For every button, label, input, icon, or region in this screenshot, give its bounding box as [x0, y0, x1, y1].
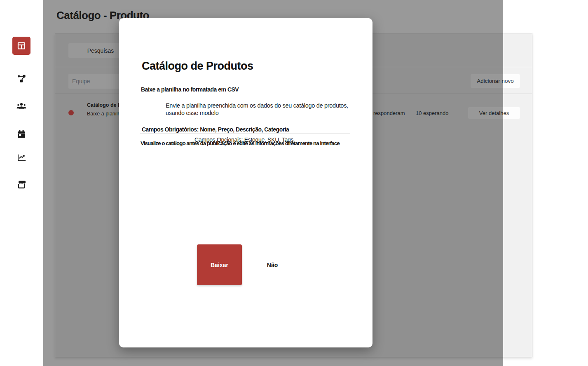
required-fields-note: Campos Obrigatórios: Nome, Preço, Descri…	[142, 126, 289, 133]
calendar-icon	[16, 129, 26, 139]
table-icon	[16, 41, 26, 51]
sidebar-item-team[interactable]	[12, 97, 30, 115]
download-instruction: Baixe a planilha no formatada em CSV	[141, 86, 239, 93]
download-button[interactable]: Baixar	[197, 244, 242, 285]
decline-button[interactable]: Não	[256, 244, 289, 285]
store-icon	[16, 179, 26, 189]
catalog-modal: Catálogo de Produtos Baixe a planilha no…	[119, 18, 372, 347]
preview-note: Visualize o catálogo antes da publicação…	[141, 140, 340, 146]
sidebar-item-analytics[interactable]	[12, 148, 30, 167]
modal-title: Catálogo de Produtos	[142, 60, 253, 73]
sidebar-item-catalog[interactable]	[12, 37, 30, 55]
flow-nodes-icon	[16, 73, 26, 83]
modal-divider	[140, 133, 350, 134]
sidebar-item-schedule[interactable]	[12, 125, 30, 143]
users-icon	[16, 101, 27, 111]
sidebar-item-flows[interactable]	[12, 69, 30, 87]
upload-instruction: Envie a planilha preenchida com os dados…	[166, 102, 368, 117]
app-window: Catálogo - Produto Pesquisas Adicionar n…	[0, 0, 588, 366]
chart-line-icon	[16, 152, 26, 162]
sidebar	[0, 0, 43, 366]
sidebar-item-store[interactable]	[12, 175, 30, 193]
